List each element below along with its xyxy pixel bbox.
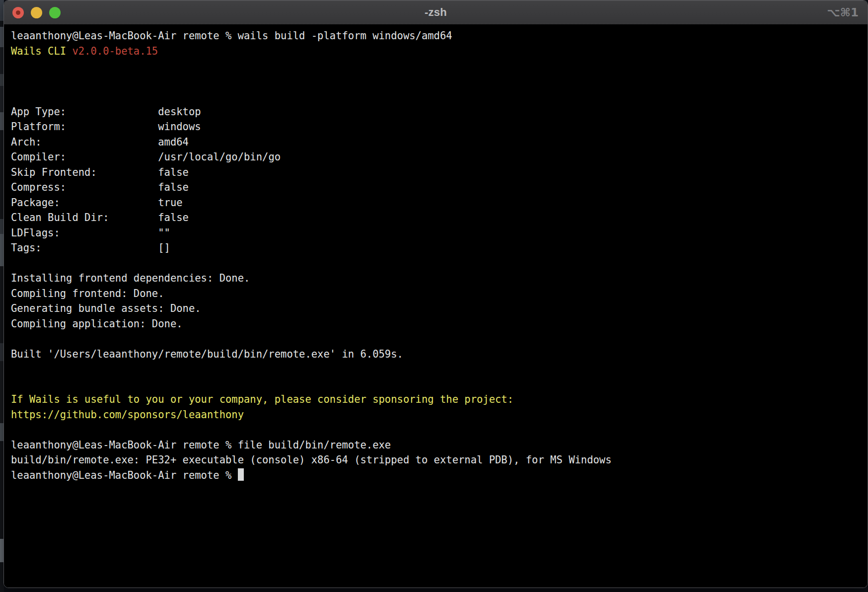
terminal-line: leaanthony@Leas-MacBook-Air remote %	[11, 468, 868, 483]
terminal-line	[11, 331, 868, 347]
terminal-line: Clean Build Dir: false	[11, 210, 868, 225]
build-option-label: Package:	[11, 197, 158, 209]
build-option-label: Skip Frontend:	[11, 166, 158, 178]
terminal-text-span: leaanthony@Leas-MacBook-Air remote % fil…	[11, 439, 391, 451]
terminal-line: Platform: windows	[11, 119, 868, 135]
terminal-output[interactable]: leaanthony@Leas-MacBook-Air remote % wai…	[4, 24, 868, 588]
terminal-line: Skip Frontend: false	[11, 165, 868, 180]
build-option-value: amd64	[158, 136, 189, 148]
build-option-value: desktop	[158, 106, 201, 118]
terminal-line: Built '/Users/leaanthony/remote/build/bi…	[11, 347, 868, 362]
build-option-value: true	[158, 197, 182, 209]
build-option-label: Tags:	[11, 242, 158, 254]
terminal-line: Compiling frontend: Done.	[11, 286, 868, 301]
sponsor-link-text[interactable]: https://github.com/sponsors/leaanthony	[11, 409, 244, 421]
terminal-line	[11, 377, 868, 392]
terminal-line: App Type: desktop	[11, 104, 868, 120]
terminal-text-span: build/bin/remote.exe: PE32+ executable (…	[11, 454, 612, 466]
terminal-line	[11, 256, 868, 271]
terminal-text-span: v2.0.0-beta.15	[72, 45, 158, 57]
build-option-value: windows	[158, 121, 201, 133]
terminal-text-span: Wails CLI	[11, 45, 72, 57]
terminal-line	[11, 59, 868, 74]
terminal-line: Compress: false	[11, 180, 868, 195]
build-option-label: Compress:	[11, 181, 158, 193]
terminal-text-span: If Wails is useful to you or your compan…	[11, 393, 513, 405]
terminal-line: Installing frontend dependencies: Done.	[11, 271, 868, 286]
terminal-text-span: Generating bundle assets: Done.	[11, 302, 201, 314]
build-option-value: []	[158, 242, 170, 254]
terminal-line: Compiling application: Done.	[11, 316, 868, 332]
terminal-line: LDFlags: ""	[11, 225, 868, 241]
terminal-line: leaanthony@Leas-MacBook-Air remote % fil…	[11, 438, 868, 453]
terminal-window: -zsh ⌥⌘1 leaanthony@Leas-MacBook-Air rem…	[3, 0, 868, 588]
terminal-text-span: Built '/Users/leaanthony/remote/build/bi…	[11, 348, 403, 360]
terminal-text-span: leaanthony@Leas-MacBook-Air remote %	[11, 469, 238, 481]
build-option-label: LDFlags:	[11, 227, 158, 239]
terminal-line	[11, 422, 868, 438]
terminal-text-span: Installing frontend dependencies: Done.	[11, 272, 250, 284]
terminal-line: Tags: []	[11, 240, 868, 256]
terminal-line	[11, 362, 868, 377]
build-option-value: false	[158, 212, 189, 223]
terminal-text-span: leaanthony@Leas-MacBook-Air remote % wai…	[11, 30, 452, 42]
window-title: -zsh	[4, 6, 868, 19]
build-option-label: Arch:	[11, 136, 158, 148]
build-option-value: ""	[158, 227, 170, 239]
terminal-line: Generating bundle assets: Done.	[11, 301, 868, 316]
build-option-value: false	[158, 166, 189, 178]
terminal-line: Compiler: /usr/local/go/bin/go	[11, 149, 868, 165]
terminal-text-span: Compiling frontend: Done.	[11, 288, 164, 299]
build-option-value: /usr/local/go/bin/go	[158, 151, 281, 163]
build-option-label: App Type:	[11, 106, 158, 118]
terminal-text-span: Compiling application: Done.	[11, 318, 183, 330]
terminal-line: build/bin/remote.exe: PE32+ executable (…	[11, 452, 868, 468]
terminal-line: If Wails is useful to you or your compan…	[11, 392, 868, 407]
terminal-line: Arch: amd64	[11, 135, 868, 150]
build-option-value: false	[158, 181, 189, 193]
terminal-line: Package: true	[11, 195, 868, 211]
terminal-line: https://github.com/sponsors/leaanthony	[11, 407, 868, 423]
build-option-label: Clean Build Dir:	[11, 212, 158, 223]
terminal-line	[11, 89, 868, 104]
window-shortcut-badge: ⌥⌘1	[827, 0, 859, 24]
terminal-line: Wails CLI v2.0.0-beta.15	[11, 44, 868, 59]
terminal-line: leaanthony@Leas-MacBook-Air remote % wai…	[11, 28, 868, 44]
build-option-label: Compiler:	[11, 151, 158, 163]
terminal-cursor	[238, 468, 244, 481]
terminal-line	[11, 74, 868, 89]
title-bar[interactable]: -zsh ⌥⌘1	[4, 0, 868, 24]
build-option-label: Platform:	[11, 121, 158, 133]
